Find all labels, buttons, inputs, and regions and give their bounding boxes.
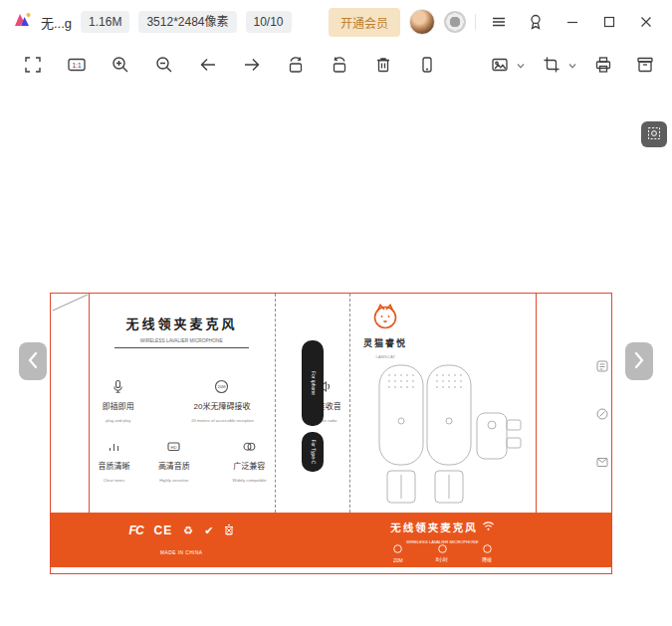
weee-bin-icon [224, 522, 234, 539]
strip-cert-section: FC CE ♻ ✔ MADE IN CHINA [89, 513, 275, 567]
phone-transfer-icon [417, 55, 437, 75]
toolbar-right-group [485, 48, 660, 82]
packaging-dieline-image: 无线领夹麦克风 WIRELESS LAVALIER MICROPHONE 即插即… [50, 293, 612, 574]
ce-mark: CE [154, 523, 173, 537]
toolbar: 1:1 [0, 44, 672, 86]
fullscreen-icon [23, 55, 43, 75]
chevron-down-icon [568, 56, 576, 74]
user-avatar[interactable] [409, 9, 435, 35]
feature-row-2: 音质清晰 Clear tones HD 高清音质 Highly sensitiv… [89, 439, 275, 479]
wifi-icon [482, 521, 495, 533]
hamburger-icon [491, 14, 507, 30]
chevron-right-icon [633, 351, 645, 372]
strip-feature-badges: 20M 8小时 降噪 [349, 544, 536, 559]
recycle-icon: ♻ [183, 524, 193, 537]
maximize-icon [602, 15, 616, 29]
strip-product-title: 无线领夹麦克风 [349, 520, 536, 534]
spine-bar-bottom: For Type-C [302, 432, 324, 472]
screenshot-tool-button[interactable] [641, 121, 667, 147]
badge-circle-icon [393, 544, 402, 553]
zoom-in-icon [111, 55, 130, 75]
phone-transfer-button[interactable] [412, 48, 442, 82]
minimize-button[interactable] [559, 8, 586, 36]
dimensions-badge: 3512*2484像素 [138, 11, 236, 33]
app-logo-icon [12, 10, 32, 34]
delete-button[interactable] [368, 48, 398, 82]
side-cert-icon-3 [564, 455, 640, 469]
rotate-left-button[interactable] [281, 48, 311, 82]
feature-item: HD 高清音质 Highly sensitive [139, 439, 208, 479]
microphone-icon [111, 379, 125, 398]
hd-quality-icon: HD [166, 439, 181, 458]
compatibility-icon [242, 439, 257, 458]
image-counter-badge: 10/10 [246, 11, 292, 33]
fullscreen-button[interactable] [18, 48, 48, 82]
certification-marks: FC CE ♻ ✔ [89, 522, 275, 539]
close-button[interactable] [632, 8, 660, 36]
spine-bar-top: For iphone [302, 340, 324, 426]
file-name: 无...g [41, 13, 72, 32]
product-title-cn: 无线领夹麦克风 [89, 313, 275, 332]
svg-text:1:1: 1:1 [72, 62, 81, 69]
one-to-one-icon: 1:1 [67, 55, 87, 75]
next-image-button[interactable] [237, 48, 267, 82]
badge-circle-icon [483, 544, 492, 553]
printer-icon [593, 55, 613, 75]
spine-label-bottom: For Type-C [310, 440, 316, 465]
fcc-mark: FC [129, 523, 143, 537]
actual-size-button[interactable]: 1:1 [62, 48, 92, 82]
title-bar: 无...g 1.16M 3512*2484像素 10/10 开通会员 [0, 0, 672, 44]
previous-image-button[interactable] [193, 48, 223, 82]
title-underline [114, 347, 249, 348]
flap-cut-line [51, 294, 89, 313]
screenshot-icon [647, 126, 661, 143]
zoom-out-button[interactable] [149, 48, 179, 82]
toolbar-left-group: 1:1 [18, 48, 442, 82]
rotate-right-icon [330, 55, 349, 75]
pin-ribbon-button[interactable] [522, 8, 550, 36]
grey-circle-icon[interactable] [444, 11, 466, 33]
microphones-illustration [349, 294, 536, 513]
print-button[interactable] [588, 48, 618, 82]
feature-item: 广泛兼容 Widely compatible [209, 439, 290, 479]
sound-wave-icon [107, 439, 121, 458]
check-cert-icon: ✔ [204, 524, 213, 537]
crop-dropdown[interactable] [537, 48, 576, 82]
menu-button[interactable] [485, 8, 513, 36]
zoom-out-icon [154, 55, 174, 75]
rotate-right-button[interactable] [325, 48, 354, 82]
maximize-button[interactable] [595, 8, 623, 36]
trash-icon [373, 55, 393, 75]
svg-text:20M: 20M [218, 384, 227, 389]
feature-row-1: 即插即用 plug and play 20M 20米无障碍接收 20 meter… [89, 379, 275, 419]
spine-label-top: For iphone [310, 371, 316, 395]
svg-text:HD: HD [171, 445, 177, 450]
badge-item: 20M [388, 544, 407, 559]
archive-box-icon [635, 55, 655, 75]
ribbon-icon [527, 13, 545, 31]
front-panel: 无线领夹麦克风 WIRELESS LAVALIER MICROPHONE 即插即… [89, 294, 275, 513]
prev-image-overlay-button[interactable] [19, 342, 47, 380]
minimize-icon [565, 15, 579, 29]
next-image-overlay-button[interactable] [625, 342, 653, 380]
badge-item: 降噪 [477, 544, 497, 559]
zoom-in-button[interactable] [106, 48, 135, 82]
badge-item: 8小时 [429, 544, 455, 559]
badge-circle-icon [438, 544, 447, 553]
product-title-en: WIRELESS LAVALIER MICROPHONE [89, 333, 275, 351]
rotate-left-icon [286, 55, 306, 75]
strip-title-section: 无线领夹麦克风 WIRELESS LAVALIER MICROPHONE 20M [349, 513, 536, 567]
arrow-left-icon [198, 55, 218, 75]
close-icon [639, 15, 653, 29]
range-20m-icon: 20M [214, 379, 229, 398]
side-cert-icon-2 [564, 407, 640, 421]
made-in-label: MADE IN CHINA [89, 545, 275, 563]
feature-item: 即插即用 plug and play [89, 379, 148, 419]
file-size-badge: 1.16M [81, 11, 129, 33]
open-membership-button[interactable]: 开通会员 [329, 8, 400, 37]
image-edit-dropdown[interactable] [485, 48, 525, 82]
chevron-down-icon [517, 56, 525, 74]
crop-icon [537, 48, 566, 82]
image-edit-icon [485, 48, 515, 82]
save-archive-button[interactable] [630, 48, 660, 82]
